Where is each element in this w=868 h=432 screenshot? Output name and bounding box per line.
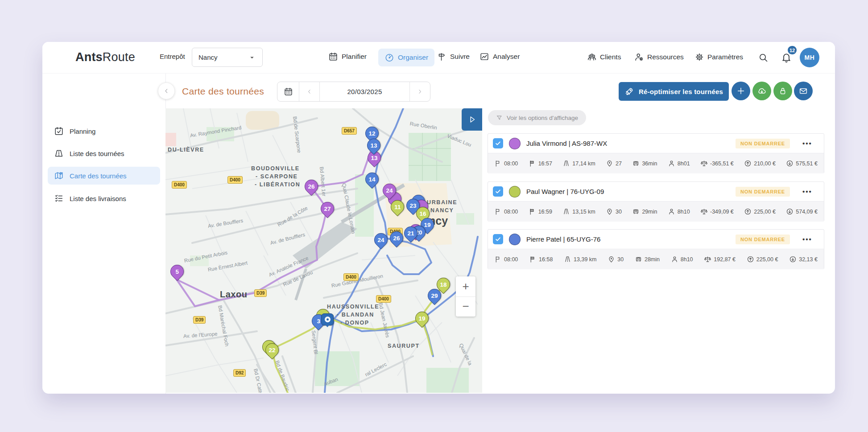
calendar-button[interactable] <box>277 82 299 101</box>
check-icon <box>495 188 501 195</box>
mail-icon <box>798 86 808 96</box>
person-icon <box>671 255 678 263</box>
date-value[interactable]: 20/03/2025 <box>319 82 409 101</box>
map-label: Rue Oberlin <box>409 121 437 130</box>
stat-duration: 8h10 <box>668 208 690 215</box>
stat-distance: 13,39 km <box>564 255 596 263</box>
zoom-in-button[interactable]: + <box>456 276 475 297</box>
routes-map[interactable]: Av. Raymond PinchardDU-LIÈVREBOUDONVILLE… <box>165 108 482 393</box>
warehouse-label: Entrepôt <box>160 53 185 60</box>
map-marker-13[interactable]: 13 <box>364 136 383 155</box>
pin-icon <box>606 208 613 215</box>
check-icon <box>495 236 501 243</box>
tab-organiser[interactable]: Organiser <box>378 49 434 66</box>
add-button[interactable] <box>732 82 750 100</box>
topbar: AntsRoute Entrepôt Nancy Planifier Organ… <box>42 42 835 74</box>
status-badge: NON DEMARREE <box>736 187 790 197</box>
tab-suivre[interactable]: Suivre <box>437 52 470 62</box>
map-marker-5[interactable]: 5 <box>168 262 186 281</box>
depot-marker[interactable] <box>321 313 334 325</box>
road-badge: D92 <box>233 369 246 377</box>
expand-panel-button[interactable] <box>462 108 482 131</box>
chevron-right-icon <box>417 88 423 95</box>
map-label: Av. de Boufflers <box>270 232 306 246</box>
route-card-header: Julia Virmond | AS-987-WX NON DEMARREE •… <box>488 134 824 153</box>
person-icon <box>668 208 675 215</box>
tab-planifier[interactable]: Planifier <box>328 52 367 62</box>
sidebar-item-liste-tournees[interactable]: Liste des tournées <box>48 144 160 162</box>
stat-revenue: 225,00 € <box>747 255 778 263</box>
sidebar-item-liste-livraisons[interactable]: Liste des livraisons <box>48 189 160 207</box>
nav-ressources[interactable]: Ressources <box>634 52 684 62</box>
send-mail-button[interactable] <box>794 82 813 100</box>
search-button[interactable] <box>758 52 769 65</box>
road-badge: D39 <box>193 316 206 324</box>
finish-flag-icon <box>529 255 537 263</box>
road-badge: D400 <box>172 181 187 189</box>
nav-parametres[interactable]: Paramètres <box>694 52 743 62</box>
chevron-left-icon <box>163 87 170 95</box>
caret-down-icon <box>248 53 256 62</box>
driver-avatar <box>509 186 521 197</box>
map-label: BOUDONVILLE <box>251 165 300 172</box>
route-card-header: Paul Wagner | 76-UYG-09 NON DEMARREE ••• <box>488 182 824 202</box>
map-marker-27[interactable]: 27 <box>318 199 337 218</box>
scale-icon <box>700 208 708 215</box>
route-checkbox[interactable] <box>493 186 503 197</box>
tab-analyser[interactable]: Analyser <box>479 52 520 62</box>
sidebar-item-carte-tournees[interactable]: Carte des tournées <box>48 167 160 185</box>
stat-start-time: 08:00 <box>494 208 518 215</box>
truck-icon <box>632 208 640 215</box>
route-card[interactable]: Pierre Patel | 65-UYG-76 NON DEMARREE ••… <box>488 229 824 269</box>
collapse-panel-button[interactable] <box>158 82 175 99</box>
route-stats: 08:00 16:57 17,14 km 27 36min 8h01 -365,… <box>488 153 824 173</box>
map-label: Rue de la Côte <box>277 205 309 227</box>
arrow-up-circle-icon <box>744 160 752 167</box>
stat-distance: 17,14 km <box>562 160 595 167</box>
map-label: Bd Albert 1er <box>319 166 327 196</box>
zoom-out-button[interactable]: − <box>456 297 475 317</box>
route-card[interactable]: Julia Virmond | AS-987-WX NON DEMARREE •… <box>488 133 824 173</box>
road-badge: D400 <box>376 295 391 303</box>
map-label: SAURUPT <box>388 343 420 349</box>
chevron-left-icon <box>306 88 313 95</box>
route-card[interactable]: Paul Wagner | 76-UYG-09 NON DEMARREE •••… <box>488 181 824 222</box>
finish-flag-icon <box>529 208 536 215</box>
map-label: NANCY <box>430 207 454 214</box>
map-label: auban <box>323 376 339 386</box>
route-checkbox[interactable] <box>493 138 503 148</box>
app-logo[interactable]: AntsRoute <box>55 49 135 66</box>
map-marker-19[interactable]: 19 <box>413 309 431 328</box>
map-marker-26[interactable]: 26 <box>302 177 321 196</box>
warehouse-select[interactable]: Nancy <box>192 48 263 67</box>
gauge-icon <box>384 53 394 62</box>
route-checkbox[interactable] <box>493 234 503 244</box>
stat-end-time: 16:57 <box>529 160 552 167</box>
arrow-down-circle-icon <box>786 160 794 167</box>
map-marker-14[interactable]: 14 <box>363 170 381 189</box>
road-badge: D400 <box>343 273 359 281</box>
reoptimize-button[interactable]: Ré-optimiser les tournées <box>619 82 729 101</box>
route-menu-button[interactable]: ••• <box>796 235 819 243</box>
sidebar-item-planning[interactable]: Planning <box>48 122 160 140</box>
route-menu-button[interactable]: ••• <box>796 140 819 147</box>
lock-icon <box>778 86 788 96</box>
route-menu-button[interactable]: ••• <box>796 188 819 195</box>
user-avatar[interactable]: MH <box>800 48 819 67</box>
status-badge: NON DEMARREE <box>736 139 790 148</box>
map-label: Av. de Boufflers <box>207 218 244 229</box>
lock-button[interactable] <box>773 82 792 100</box>
page-title: Carte des tournées <box>182 86 264 97</box>
display-options-chip[interactable]: Voir les options d'affichage <box>488 110 586 125</box>
export-button[interactable] <box>752 82 771 100</box>
previous-day-button[interactable] <box>299 82 319 101</box>
next-day-button[interactable] <box>409 82 430 101</box>
map-label: Rue du Petit Arbois <box>184 250 228 263</box>
nav-clients[interactable]: Clients <box>587 52 621 62</box>
flag-icon <box>494 160 502 167</box>
driver-avatar <box>509 138 521 149</box>
triangle-right-icon <box>467 115 477 124</box>
stat-drive-time: 29min <box>632 208 657 215</box>
route-stats: 08:00 16:59 13,15 km 30 29min 8h10 -349,… <box>488 202 824 222</box>
road-icon <box>54 148 64 158</box>
